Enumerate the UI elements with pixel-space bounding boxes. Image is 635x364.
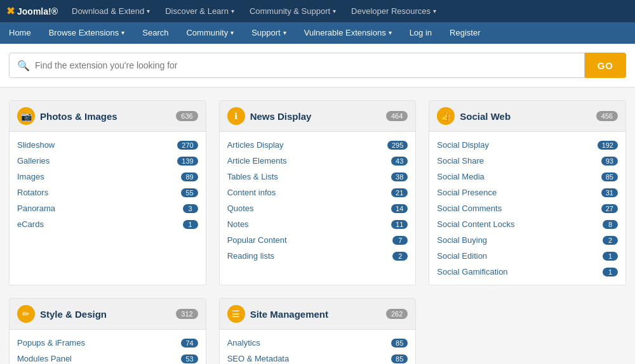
main-content: 📷Photos & Images636Slideshow270Galleries… <box>0 88 635 364</box>
list-item: Rotators55 <box>10 185 206 200</box>
item-link-quotes[interactable]: Quotes <box>227 204 254 213</box>
sec-nav-home[interactable]: Home <box>0 22 40 44</box>
item-count-badge: 31 <box>601 188 618 197</box>
item-link-popular-content[interactable]: Popular Content <box>227 235 287 245</box>
item-link-social-presence[interactable]: Social Presence <box>437 188 497 197</box>
item-link-social-edition[interactable]: Social Edition <box>437 251 487 261</box>
list-item: Quotes14 <box>220 200 416 216</box>
item-link-ecards[interactable]: eCards <box>17 219 44 229</box>
category-icon-photos-images: 📷 <box>17 107 35 125</box>
nav-link-discover[interactable]: Discover & Learn ▾ <box>157 0 242 22</box>
list-item: Reading lists2 <box>220 248 416 264</box>
item-count-badge: 295 <box>387 141 408 150</box>
nav-link-developer[interactable]: Developer Resources ▾ <box>344 0 444 22</box>
sec-nav-search[interactable]: Search <box>133 22 177 44</box>
category-items-photos-images: Slideshow270Galleries139Images89Rotators… <box>10 132 206 237</box>
item-link-articles-display[interactable]: Articles Display <box>227 140 284 150</box>
search-button[interactable]: GO <box>585 53 626 78</box>
sec-nav-link-community[interactable]: Community ▾ <box>177 22 243 44</box>
search-input[interactable] <box>35 60 577 70</box>
joomla-icon: ✖ <box>6 5 15 17</box>
secondary-nav: Home Browse Extensions ▾ Search Communit… <box>0 22 635 44</box>
sec-nav-link-login[interactable]: Log in <box>401 22 441 44</box>
item-link-social-content-locks[interactable]: Social Content Locks <box>437 219 514 229</box>
category-items-style-design: Popups & iFrames74Modules Panel53Design4… <box>10 330 206 364</box>
sec-nav-register[interactable]: Register <box>441 22 489 44</box>
item-link-article-elements[interactable]: Article Elements <box>227 156 287 166</box>
sec-nav-link-browse[interactable]: Browse Extensions ▾ <box>40 22 134 44</box>
sec-nav-link-search[interactable]: Search <box>133 22 177 44</box>
item-link-social-display[interactable]: Social Display <box>437 140 489 150</box>
list-item: Tables & Lists38 <box>220 169 416 185</box>
item-count-badge: 85 <box>391 339 408 348</box>
list-item: Article Elements43 <box>220 153 416 169</box>
nav-link-download[interactable]: Download & Extend ▾ <box>64 0 157 22</box>
category-header-left: ☰Site Management <box>227 305 328 323</box>
sec-nav-link-register[interactable]: Register <box>441 22 489 44</box>
sec-nav-browse[interactable]: Browse Extensions ▾ <box>40 22 134 44</box>
item-count-badge: 1 <box>603 252 618 261</box>
category-count-photos-images: 636 <box>176 111 197 121</box>
item-link-slideshow[interactable]: Slideshow <box>17 140 55 150</box>
category-header-left: ✏Style & Design <box>17 305 107 323</box>
item-link-modules-panel[interactable]: Modules Panel <box>17 354 72 363</box>
item-link-content-infos[interactable]: Content infos <box>227 188 276 197</box>
list-item: Social Buying2 <box>429 232 625 248</box>
item-link-notes[interactable]: Notes <box>227 219 249 229</box>
item-link-rotators[interactable]: Rotators <box>17 188 48 197</box>
category-count-site-management: 262 <box>386 309 408 319</box>
sec-nav-link-home[interactable]: Home <box>0 22 40 44</box>
item-count-badge: 74 <box>181 339 197 348</box>
item-link-reading-lists[interactable]: Reading lists <box>227 251 274 261</box>
sec-nav-community[interactable]: Community ▾ <box>177 22 243 44</box>
nav-item-developer[interactable]: Developer Resources ▾ <box>344 0 444 22</box>
sec-nav-link-vulnerable[interactable]: Vulnerable Extensions ▾ <box>295 22 401 44</box>
nav-item-download[interactable]: Download & Extend ▾ <box>64 0 157 22</box>
nav-item-discover[interactable]: Discover & Learn ▾ <box>157 0 242 22</box>
item-link-social-buying[interactable]: Social Buying <box>437 235 487 245</box>
item-link-galleries[interactable]: Galleries <box>17 156 50 166</box>
item-link-tables-&-lists[interactable]: Tables & Lists <box>227 172 278 181</box>
category-title-site-management: Site Management <box>250 309 328 320</box>
item-link-social-media[interactable]: Social Media <box>437 172 484 181</box>
item-link-analytics[interactable]: Analytics <box>227 338 260 348</box>
dropdown-arrow: ▾ <box>231 0 234 22</box>
nav-label-community: Community & Support <box>250 0 330 22</box>
category-items-news-display: Articles Display295Article Elements43Tab… <box>220 132 416 269</box>
category-header-social-web: 👍Social Web456 <box>429 101 625 132</box>
item-count-badge: 1 <box>183 220 198 229</box>
item-count-badge: 2 <box>392 252 408 261</box>
item-link-social-gamification[interactable]: Social Gamification <box>437 267 507 276</box>
item-link-panorama[interactable]: Panorama <box>17 204 55 213</box>
category-count-social-web: 456 <box>596 111 618 121</box>
sec-nav-support[interactable]: Support ▾ <box>243 22 295 44</box>
dropdown-arrow: ▾ <box>147 0 150 22</box>
nav-item-community[interactable]: Community & Support ▾ <box>242 0 344 22</box>
list-item: Social Media85 <box>429 169 625 185</box>
category-card-style-design: ✏Style & Design312Popups & iFrames74Modu… <box>9 298 206 364</box>
list-item: eCards1 <box>10 216 206 232</box>
item-link-popups-&-iframes[interactable]: Popups & iFrames <box>17 338 85 348</box>
sec-nav-vulnerable[interactable]: Vulnerable Extensions ▾ <box>295 22 401 44</box>
dropdown-arrow: ▾ <box>283 22 286 44</box>
sec-nav-link-support[interactable]: Support ▾ <box>243 22 295 44</box>
search-bar: 🔍 GO <box>0 44 635 88</box>
sec-nav-login[interactable]: Log in <box>401 22 441 44</box>
item-link-social-comments[interactable]: Social Comments <box>437 204 502 213</box>
item-link-images[interactable]: Images <box>17 172 44 181</box>
item-count-badge: 1 <box>603 268 618 276</box>
list-item: Social Share93 <box>429 153 625 169</box>
category-card-photos-images: 📷Photos & Images636Slideshow270Galleries… <box>9 100 206 285</box>
item-link-social-share[interactable]: Social Share <box>437 156 484 166</box>
nav-link-community[interactable]: Community & Support ▾ <box>242 0 344 22</box>
item-count-badge: 11 <box>391 220 408 229</box>
item-count-badge: 43 <box>391 157 408 166</box>
list-item: Modules Panel53 <box>10 351 206 364</box>
logo[interactable]: ✖ Joomla!® <box>6 5 58 17</box>
sec-nav-label-search: Search <box>142 22 168 44</box>
item-link-seo-&-metadata[interactable]: SEO & Metadata <box>227 354 290 363</box>
item-count-badge: 7 <box>392 236 408 245</box>
sec-nav-label-vulnerable: Vulnerable Extensions <box>304 22 386 44</box>
category-icon-style-design: ✏ <box>17 305 35 323</box>
list-item: Slideshow270 <box>10 137 206 153</box>
